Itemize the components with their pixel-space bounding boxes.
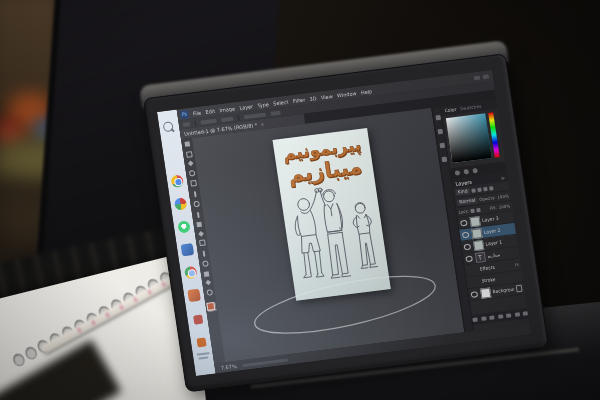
opacity-label: Opacity:	[479, 195, 496, 202]
brush-tool-icon[interactable]	[196, 211, 199, 217]
kind-dropdown[interactable]: Kind	[455, 188, 470, 196]
menu-view[interactable]: View	[320, 93, 333, 100]
photoshop-window: Ps File Edit Image Layer Type Select Fil…	[177, 70, 531, 374]
share-icon[interactable]	[474, 75, 480, 80]
search-icon[interactable]	[163, 121, 177, 134]
healing-tool-icon[interactable]	[193, 201, 200, 208]
taskbar-clock-blur	[196, 352, 209, 356]
photoshop-app-icon: Ps	[180, 110, 189, 119]
history-panel-icon[interactable]	[437, 129, 443, 135]
gradient-tool-icon[interactable]	[199, 239, 206, 246]
chrome-2-icon[interactable]	[184, 266, 198, 279]
new-layer-icon[interactable]	[514, 312, 520, 317]
menu-help[interactable]: Help	[360, 88, 372, 95]
poster-figures-illustration	[281, 179, 388, 286]
pen-tool-icon[interactable]	[202, 250, 205, 256]
laptop-screen: Ps File Edit Image Layer Type Select Fil…	[157, 70, 531, 376]
fill-label: Fill:	[490, 205, 497, 211]
separator	[238, 114, 240, 120]
workspace-icon[interactable]	[483, 74, 489, 79]
active-tool-icon	[183, 122, 190, 127]
clone-stamp-tool-icon[interactable]	[196, 222, 202, 228]
delete-layer-icon[interactable]	[523, 311, 529, 316]
menu-edit[interactable]: Edit	[205, 107, 215, 114]
saturation-square[interactable]	[446, 113, 492, 163]
whatsapp-icon[interactable]	[177, 220, 191, 233]
menu-select[interactable]: Select	[273, 98, 289, 106]
adjustment-icon[interactable]	[463, 169, 469, 175]
adjustment-icon[interactable]	[455, 170, 461, 176]
color-swatches[interactable]	[206, 302, 216, 312]
menu-image[interactable]: Image	[219, 105, 235, 113]
blend-mode-dropdown[interactable]: Normal	[457, 197, 478, 205]
layer-thumbnail[interactable]	[472, 240, 483, 251]
menu-type[interactable]: Type	[257, 101, 269, 108]
menu-window[interactable]: Window	[337, 90, 357, 98]
tab-color[interactable]: Color	[444, 107, 456, 113]
crop-tool-icon[interactable]	[190, 180, 197, 187]
background-layer-thumbnail[interactable]	[480, 287, 491, 298]
hand-tool-icon[interactable]	[205, 280, 211, 286]
magic-wand-tool-icon[interactable]	[188, 170, 195, 177]
lasso-tool-icon[interactable]	[187, 161, 193, 167]
poster-document: پیربمونیم میبازیم	[272, 128, 390, 301]
layer-group-icon[interactable]	[506, 313, 512, 318]
layer-style-icon[interactable]	[481, 316, 487, 321]
eraser-tool-icon[interactable]	[198, 231, 204, 237]
menu-file[interactable]: File	[192, 109, 201, 116]
zoom-level[interactable]: 7.67%	[220, 363, 237, 371]
canvas-area[interactable]: پیربمونیم میبازیم	[192, 108, 464, 362]
layer-name: Background	[492, 287, 514, 295]
move-tool-icon[interactable]	[184, 141, 190, 147]
type-layer-thumbnail[interactable]: T	[474, 251, 485, 262]
opacity-value[interactable]: 100%	[497, 193, 509, 199]
separator	[194, 120, 196, 126]
visibility-eye-icon[interactable]	[470, 291, 478, 298]
libraries-panel-icon[interactable]	[441, 157, 447, 163]
brushes-panel-icon[interactable]	[439, 143, 445, 149]
zoom-tool-icon[interactable]	[206, 289, 213, 296]
filter-adjustment-icon[interactable]	[477, 187, 482, 191]
type-tool-icon[interactable]	[202, 260, 209, 267]
panel-menu-icon[interactable]: ≡	[500, 174, 505, 180]
red-app-small-icon[interactable]	[193, 315, 203, 325]
taskbar-date-blur	[198, 356, 208, 359]
blue-app-icon[interactable]	[181, 243, 195, 256]
visibility-eye-icon[interactable]	[460, 219, 468, 226]
option-control[interactable]	[244, 112, 266, 119]
filter-shape-icon[interactable]	[489, 186, 494, 190]
filter-type-icon[interactable]	[483, 186, 488, 190]
filter-pixel-icon[interactable]	[471, 188, 476, 192]
menu-3d[interactable]: 3D	[309, 95, 317, 102]
close-icon[interactable]: ×	[259, 119, 265, 129]
adjustment-layer-icon[interactable]	[497, 314, 503, 319]
orange-app-icon[interactable]	[187, 289, 201, 302]
google-photos-icon[interactable]	[174, 197, 188, 210]
menubar-right-icons	[474, 73, 493, 79]
layer-mask-icon[interactable]	[489, 315, 495, 320]
visibility-eye-icon[interactable]	[463, 243, 471, 250]
option-control[interactable]	[270, 110, 280, 115]
shape-tool-icon[interactable]	[204, 271, 210, 277]
color-panel	[442, 109, 505, 169]
layer-thumbnail[interactable]	[469, 216, 480, 227]
menu-layer[interactable]: Layer	[239, 103, 254, 111]
fill-value[interactable]: 100%	[498, 203, 510, 209]
eyedropper-tool-icon[interactable]	[193, 191, 196, 197]
lock-position-icon[interactable]	[477, 207, 482, 211]
option-control[interactable]	[200, 118, 216, 124]
chrome-icon[interactable]	[170, 175, 184, 188]
foreground-color-swatch[interactable]	[206, 302, 215, 311]
option-control[interactable]	[221, 116, 233, 121]
visibility-eye-icon[interactable]	[465, 255, 473, 262]
marquee-tool-icon[interactable]	[185, 151, 192, 158]
orange-app-small-icon[interactable]	[196, 337, 206, 347]
layers-panel-footer	[472, 308, 529, 325]
visibility-eye-icon[interactable]	[462, 231, 470, 238]
adjustment-icon[interactable]	[472, 168, 478, 174]
link-layers-icon[interactable]	[472, 317, 478, 322]
menu-filter[interactable]: Filter	[292, 96, 305, 103]
properties-panel-icon[interactable]	[435, 115, 441, 121]
lock-transparency-icon[interactable]	[471, 208, 476, 212]
layer-thumbnail[interactable]	[471, 228, 482, 239]
